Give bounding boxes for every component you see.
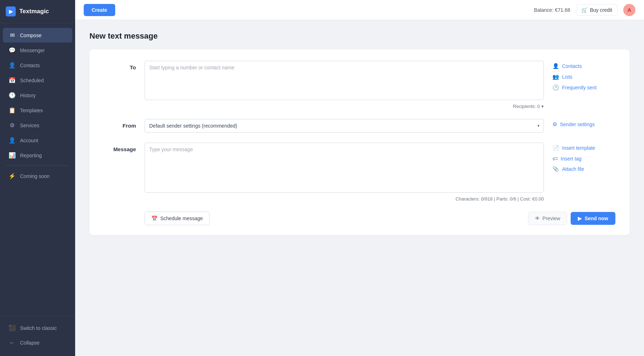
recipients-count[interactable]: Recipients: 0 ▾ xyxy=(513,104,544,109)
to-label: To xyxy=(104,61,136,70)
sidebar-item-collapse[interactable]: ← Collapse xyxy=(3,336,72,350)
sidebar-nav: ✉ Compose 💬 Messenger 👤 Contacts 📅 Sched… xyxy=(0,23,75,316)
nav-divider xyxy=(6,165,69,166)
coming-soon-icon: ⚡ xyxy=(9,173,16,179)
sidebar-label-coming-soon: Coming soon xyxy=(20,173,50,179)
attach-file-link[interactable]: 📎 Attach file xyxy=(552,166,615,172)
create-button[interactable]: Create xyxy=(84,4,115,16)
sidebar-label-templates: Templates xyxy=(20,108,43,113)
compose-icon: ✉ xyxy=(9,32,16,39)
sidebar-item-account[interactable]: 👤 Account xyxy=(3,133,72,148)
history-icon: 🕐 xyxy=(9,92,16,99)
sender-settings-icon: ⚙ xyxy=(552,121,557,128)
sidebar-item-messenger[interactable]: 💬 Messenger xyxy=(3,43,72,58)
sidebar-label-switch-classic: Switch to classic xyxy=(20,325,57,331)
contacts-icon: 👤 xyxy=(9,62,16,69)
insert-tag-icon: 🏷 xyxy=(552,155,558,162)
message-side-actions: 📄 Insert template 🏷 Insert tag 📎 Attach … xyxy=(544,143,615,177)
balance-display: Balance: €71.68 xyxy=(534,7,570,13)
insert-template-link[interactable]: 📄 Insert template xyxy=(552,145,615,151)
sidebar-label-reporting: Reporting xyxy=(20,153,42,158)
sidebar-label-history: History xyxy=(20,93,36,98)
lists-link[interactable]: 👥 Lists xyxy=(552,74,615,80)
send-icon: ▶ xyxy=(578,216,582,221)
topbar: Create Balance: €71.68 🛒 Buy credit A xyxy=(75,0,644,20)
preview-icon: 👁 xyxy=(535,216,540,221)
contacts-link[interactable]: 👤 Contacts xyxy=(552,63,615,69)
sidebar-label-messenger: Messenger xyxy=(20,48,45,53)
sidebar-item-history[interactable]: 🕐 History xyxy=(3,88,72,103)
sidebar-item-contacts[interactable]: 👤 Contacts xyxy=(3,58,72,73)
to-row: To Recipients: 0 ▾ 👤 Contacts xyxy=(104,61,615,109)
collapse-icon: ← xyxy=(9,340,16,346)
sidebar-item-services[interactable]: ⚙ Services xyxy=(3,118,72,133)
to-input-area: Recipients: 0 ▾ xyxy=(145,61,544,109)
sidebar-item-reporting[interactable]: 📊 Reporting xyxy=(3,148,72,163)
from-side-actions: ⚙ Sender settings xyxy=(544,119,615,132)
message-input[interactable] xyxy=(145,143,544,193)
sidebar-item-scheduled[interactable]: 📅 Scheduled xyxy=(3,73,72,88)
page-content: New text message To Recipients: 0 ▾ xyxy=(75,20,644,356)
reporting-icon: 📊 xyxy=(9,152,16,159)
cart-icon: 🛒 xyxy=(581,7,587,13)
sidebar-label-compose: Compose xyxy=(20,33,42,38)
frequently-sent-link[interactable]: 🕐 Frequently sent xyxy=(552,84,615,91)
buy-credit-label: Buy credit xyxy=(590,7,612,13)
actions-right: 👁 Preview ▶ Send now xyxy=(528,212,615,225)
preview-button[interactable]: 👁 Preview xyxy=(528,212,567,225)
from-select-wrapper: Default sender settings (recommended)Cus… xyxy=(145,119,544,133)
recipients-chevron-icon: ▾ xyxy=(541,104,544,109)
frequently-sent-icon: 🕐 xyxy=(552,84,559,91)
to-side-actions: 👤 Contacts 👥 Lists 🕐 Frequently sent xyxy=(544,61,615,95)
buy-credit-button[interactable]: 🛒 Buy credit xyxy=(576,4,618,16)
attach-file-icon: 📎 xyxy=(552,166,559,172)
sidebar-label-collapse: Collapse xyxy=(20,340,39,346)
account-icon: 👤 xyxy=(9,137,16,144)
sidebar-item-switch-classic[interactable]: ⬛ Switch to classic xyxy=(3,321,72,335)
sidebar: ▶ Textmagic ✉ Compose 💬 Messenger 👤 Cont… xyxy=(0,0,75,356)
sidebar-label-services: Services xyxy=(20,123,39,128)
actions-row: 📅 Schedule message 👁 Preview ▶ Send now xyxy=(104,212,615,225)
scheduled-icon: 📅 xyxy=(9,77,16,84)
sidebar-label-contacts: Contacts xyxy=(20,63,40,68)
logo-icon: ▶ xyxy=(6,6,16,16)
insert-tag-link[interactable]: 🏷 Insert tag xyxy=(552,155,615,162)
sidebar-label-account: Account xyxy=(20,138,38,143)
message-input-area: Characters: 0/918 | Parts: 0/6 | Cost: €… xyxy=(145,143,544,202)
recipients-bar: Recipients: 0 ▾ xyxy=(145,104,544,109)
contacts-link-icon: 👤 xyxy=(552,63,559,69)
app-name: Textmagic xyxy=(19,8,49,15)
schedule-icon: 📅 xyxy=(151,216,157,221)
lists-link-icon: 👥 xyxy=(552,74,559,80)
avatar[interactable]: A xyxy=(623,4,635,16)
switch-classic-icon: ⬛ xyxy=(9,325,16,331)
messenger-icon: 💬 xyxy=(9,47,16,54)
sidebar-item-coming-soon[interactable]: ⚡ Coming soon xyxy=(3,169,72,183)
main-content: Create Balance: €71.68 🛒 Buy credit A Ne… xyxy=(75,0,644,356)
message-stats: Characters: 0/918 | Parts: 0/6 | Cost: €… xyxy=(145,196,544,202)
compose-card: To Recipients: 0 ▾ 👤 Contacts xyxy=(89,49,630,235)
from-row: From Default sender settings (recommende… xyxy=(104,119,615,133)
sidebar-bottom: ⬛ Switch to classic ← Collapse xyxy=(0,316,75,356)
to-input[interactable] xyxy=(145,61,544,100)
services-icon: ⚙ xyxy=(9,122,16,129)
templates-icon: 📋 xyxy=(9,107,16,114)
topbar-right: Balance: €71.68 🛒 Buy credit A xyxy=(534,4,635,16)
message-label: Message xyxy=(104,143,136,152)
sidebar-label-scheduled: Scheduled xyxy=(20,78,44,83)
page-title: New text message xyxy=(89,31,630,41)
schedule-button[interactable]: 📅 Schedule message xyxy=(145,212,210,225)
from-input-area: Default sender settings (recommended)Cus… xyxy=(145,119,544,133)
from-select[interactable]: Default sender settings (recommended)Cus… xyxy=(145,119,544,133)
from-label: From xyxy=(104,119,136,129)
message-row: Message Characters: 0/918 | Parts: 0/6 |… xyxy=(104,143,615,202)
topbar-left: Create xyxy=(84,4,115,16)
logo-area: ▶ Textmagic xyxy=(0,0,75,23)
insert-template-icon: 📄 xyxy=(552,145,559,151)
sender-settings-link[interactable]: ⚙ Sender settings xyxy=(552,121,615,128)
sidebar-item-compose[interactable]: ✉ Compose xyxy=(3,28,72,43)
sidebar-item-templates[interactable]: 📋 Templates xyxy=(3,103,72,118)
send-button[interactable]: ▶ Send now xyxy=(571,212,615,225)
